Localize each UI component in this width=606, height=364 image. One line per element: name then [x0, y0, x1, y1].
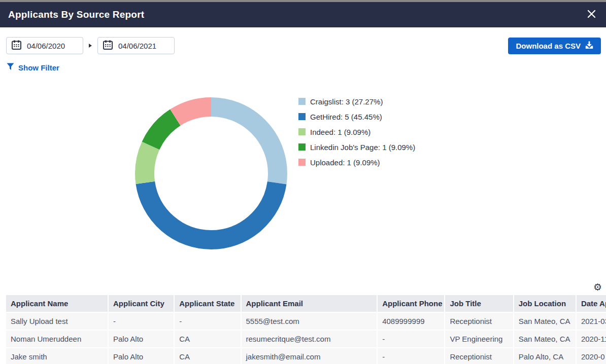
- column-header: Job Location: [514, 295, 576, 312]
- legend-item: Indeed: 1 (9.09%): [298, 127, 415, 137]
- column-header: Applicant Phone: [378, 295, 444, 312]
- chart-legend: Craigslist: 3 (27.27%)GetHired: 5 (45.45…: [298, 96, 415, 172]
- show-filter-label: Show Filter: [18, 63, 59, 72]
- calendar-icon: [103, 40, 113, 52]
- column-header: Job Title: [445, 295, 513, 312]
- table-cell: 2020-11: [577, 331, 606, 347]
- table-cell: 2020-0: [577, 348, 606, 364]
- applicants-by-source-chart: Craigslist: 3 (27.27%)GetHired: 5 (45.45…: [0, 72, 606, 280]
- legend-label: Linkedin Job's Page: 1 (9.09%): [310, 143, 415, 152]
- modal-header: Applicants By Source Report: [0, 2, 606, 27]
- column-header: Applicant State: [175, 295, 240, 312]
- download-icon: [585, 41, 593, 51]
- legend-swatch: [298, 143, 306, 151]
- legend-item: Craigslist: 3 (27.27%): [298, 96, 415, 106]
- close-icon: [587, 9, 596, 20]
- legend-label: Indeed: 1 (9.09%): [310, 128, 371, 136]
- toolbar: Download as CSV: [6, 37, 601, 54]
- download-csv-button[interactable]: Download as CSV: [508, 38, 601, 54]
- table-cell: 4089999999: [378, 313, 444, 330]
- filter-icon: [7, 63, 14, 72]
- legend-swatch: [298, 113, 306, 120]
- table-cell: Sally Upload test: [6, 313, 108, 330]
- legend-item: Linkedin Job's Page: 1 (9.09%): [298, 142, 415, 152]
- page-title: Applicants By Source Report: [8, 9, 144, 20]
- table-cell: San Mateo, CA: [514, 313, 576, 330]
- column-header: Applicant City: [109, 295, 174, 312]
- table-cell: resumecritque@test.com: [242, 331, 377, 347]
- legend-swatch: [298, 159, 306, 166]
- close-button[interactable]: [585, 8, 598, 21]
- table-cell: 2021-03: [577, 313, 606, 330]
- table-cell: CA: [175, 331, 240, 347]
- table-cell: jakesmith@email.com: [242, 348, 377, 364]
- table-settings-gear-icon[interactable]: ⚙: [593, 282, 602, 292]
- table-row: Sally Upload test--5555@test.com40899999…: [6, 313, 606, 330]
- legend-label: Craigslist: 3 (27.27%): [310, 97, 383, 106]
- table-cell: -: [109, 313, 174, 330]
- table-cell: Receptionist: [445, 313, 513, 330]
- download-csv-label: Download as CSV: [516, 42, 581, 50]
- table-settings-row: ⚙: [0, 280, 606, 294]
- table-row: Jake smithPalo AltoCAjakesmith@email.com…: [6, 348, 606, 364]
- date-from-field[interactable]: [6, 37, 83, 54]
- table-cell: -: [378, 348, 444, 364]
- table-cell: -: [175, 313, 240, 330]
- column-header: Applicant Email: [242, 295, 377, 312]
- table-cell: Receptionist: [445, 348, 513, 364]
- table-cell: 5555@test.com: [242, 313, 377, 330]
- table-cell: Palo Alto: [109, 331, 174, 347]
- date-to-input[interactable]: [118, 42, 169, 50]
- table-header-row: Applicant NameApplicant CityApplicant St…: [6, 295, 606, 312]
- legend-swatch: [298, 128, 306, 135]
- calendar-icon: [12, 40, 21, 52]
- legend-swatch: [298, 98, 306, 105]
- column-header: Date Applied: [577, 295, 606, 312]
- legend-item: Uploaded: 1 (9.09%): [298, 157, 415, 167]
- show-filter-link[interactable]: Show Filter: [7, 63, 59, 72]
- table-cell: Palo Alto: [109, 348, 174, 364]
- table-cell: CA: [175, 348, 240, 364]
- column-header: Applicant Name: [6, 295, 108, 312]
- table-cell: San Mateo, CA: [514, 331, 576, 347]
- table-cell: -: [378, 331, 444, 347]
- date-from-input[interactable]: [27, 42, 78, 50]
- date-to-field[interactable]: [97, 37, 175, 54]
- table-cell: VP Engineering: [445, 331, 513, 347]
- date-range-arrow-icon: [89, 44, 92, 48]
- legend-label: Uploaded: 1 (9.09%): [310, 158, 380, 167]
- table-cell: Noman Umeruddeen: [6, 331, 108, 347]
- table-row: Noman UmeruddeenPalo AltoCAresumecritque…: [6, 331, 606, 347]
- legend-item: GetHired: 5 (45.45%): [298, 112, 415, 122]
- table-cell: Jake smith: [6, 348, 108, 364]
- legend-label: GetHired: 5 (45.45%): [310, 113, 382, 121]
- applicants-table: Applicant NameApplicant CityApplicant St…: [5, 294, 606, 364]
- table-cell: Palo Alto, CA: [514, 348, 576, 364]
- donut-chart: [135, 97, 287, 249]
